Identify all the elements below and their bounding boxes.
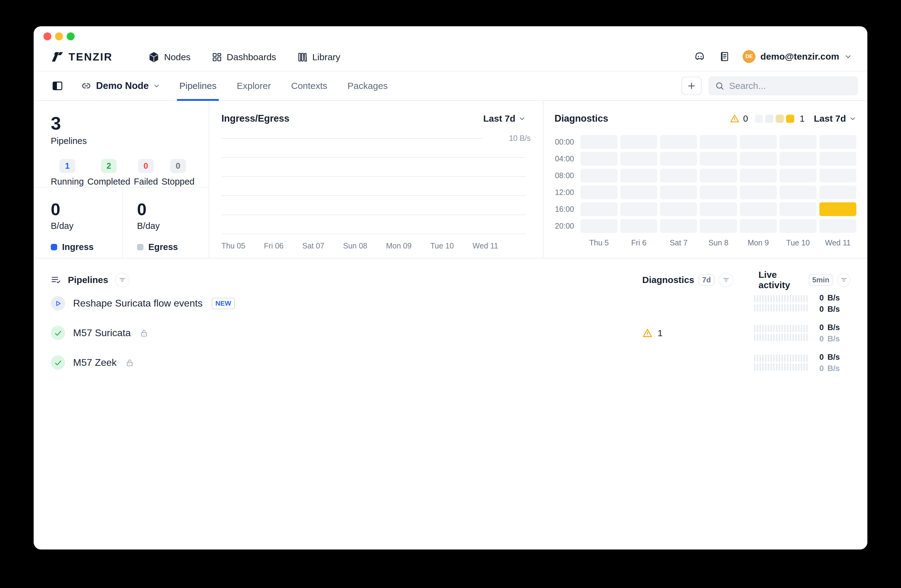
diagnostics-range-select[interactable]: Last 7d <box>814 114 856 124</box>
minimize-button[interactable] <box>55 33 63 40</box>
heatmap-cell[interactable] <box>660 152 697 166</box>
pipeline-activity-cell: 0B/s0B/s <box>759 293 850 314</box>
heatmap-cell[interactable] <box>779 185 817 199</box>
search-input[interactable] <box>729 81 851 91</box>
rate-unit: B/s <box>828 334 840 344</box>
heatmap-cell[interactable] <box>700 202 737 216</box>
heatmap-cell[interactable] <box>580 169 617 182</box>
heatmap-cell[interactable] <box>700 169 737 182</box>
rate-value: 0 <box>819 304 824 314</box>
zoom-button[interactable] <box>67 33 75 40</box>
pipeline-row-main[interactable]: Reshape Suricata flow eventsNEW <box>51 296 634 311</box>
nav-item-library[interactable]: Library <box>297 51 340 63</box>
chart-range-select[interactable]: Last 7d <box>483 114 526 124</box>
heatmap-cell[interactable] <box>700 219 737 233</box>
rate-value: 0 <box>819 323 824 332</box>
heatmap-cell[interactable] <box>819 185 856 199</box>
heatmap-cell[interactable] <box>819 152 856 166</box>
heatmap-cell[interactable] <box>580 135 617 149</box>
nav-item-nodes[interactable]: Nodes <box>148 51 190 63</box>
activity-filter-button[interactable] <box>837 272 850 287</box>
heatmap-cell[interactable] <box>779 152 817 166</box>
x-tick-label: Sat 07 <box>302 241 324 250</box>
heatmap-cell[interactable] <box>660 135 697 149</box>
heatmap-cell[interactable] <box>740 202 777 216</box>
docs-icon[interactable] <box>719 51 730 62</box>
y-axis-max-label: 10 B/s <box>509 134 531 143</box>
tab-pipelines[interactable]: Pipelines <box>179 72 217 100</box>
heatmap-cell[interactable] <box>740 219 777 233</box>
nav-item-label: Nodes <box>164 52 190 62</box>
heatmap-cell[interactable] <box>620 202 657 216</box>
heat-legend-swatch <box>755 115 763 123</box>
gridline <box>221 176 526 177</box>
egress-sparkline <box>754 304 809 311</box>
heatmap-cell[interactable] <box>620 185 657 199</box>
heatmap-cell[interactable] <box>779 169 817 182</box>
heatmap-cell[interactable] <box>700 152 737 166</box>
discord-icon[interactable] <box>693 50 706 63</box>
heatmap-cell[interactable] <box>660 219 697 233</box>
heatmap-cell[interactable] <box>819 219 856 233</box>
tab-packages[interactable]: Packages <box>348 72 388 100</box>
user-menu[interactable]: DE demo@tenzir.com <box>743 50 852 63</box>
pipeline-row-main[interactable]: M57 Zeek <box>51 355 634 370</box>
heatmap-cell[interactable] <box>779 135 817 149</box>
status-badge-completed: 2Completed <box>87 159 130 187</box>
heatmap-cell[interactable] <box>580 152 617 166</box>
heatmap-col-label: Tue 10 <box>779 236 817 247</box>
nav-item-dashboards[interactable]: Dashboards <box>211 51 276 63</box>
table-row: M57 Suricata10B/s0B/s <box>51 318 850 348</box>
heatmap-cell[interactable] <box>660 185 697 199</box>
brand[interactable]: TENZIR <box>51 51 112 63</box>
activity-rate: 0B/s <box>819 293 840 303</box>
diagnostics-column-title: Diagnostics <box>642 275 694 285</box>
sidebar-toggle-icon[interactable] <box>51 80 64 92</box>
heatmap-cell[interactable] <box>580 185 617 199</box>
heatmap-cell[interactable] <box>740 185 777 199</box>
heatmap-cell[interactable] <box>620 219 657 233</box>
heatmap-cell[interactable] <box>580 219 617 233</box>
chart-title: Ingress/Egress <box>221 113 289 124</box>
rate-unit: B/s <box>828 293 840 303</box>
add-pipeline-button[interactable] <box>681 77 701 95</box>
heatmap-cell[interactable] <box>740 169 777 182</box>
library-icon <box>297 51 308 63</box>
pipeline-name: Reshape Suricata flow events <box>73 298 203 309</box>
tab-contexts[interactable]: Contexts <box>291 72 327 100</box>
warning-icon <box>730 114 739 123</box>
heatmap-cell[interactable] <box>779 202 817 216</box>
toolbar-actions <box>681 76 858 95</box>
heatmap-cell[interactable] <box>700 185 737 199</box>
chevron-down-icon <box>153 82 160 90</box>
node-selector[interactable]: Demo Node <box>81 80 160 92</box>
heatmap-cell[interactable] <box>660 169 697 182</box>
ingress-card: 0 B/day Ingress <box>34 188 122 258</box>
status-count: 0 <box>170 159 186 173</box>
heatmap-cell[interactable] <box>620 135 657 149</box>
heatmap-col-label: Wed 11 <box>819 236 856 247</box>
heatmap-cell[interactable] <box>819 169 856 182</box>
heatmap-cell[interactable] <box>779 219 817 233</box>
pipeline-row-main[interactable]: M57 Suricata <box>51 326 634 340</box>
heatmap-cell[interactable] <box>620 169 657 182</box>
diagnostics-filter-button[interactable] <box>719 272 733 287</box>
chart-header: Ingress/Egress Last 7d <box>221 113 526 124</box>
heatmap-cell[interactable] <box>660 202 697 216</box>
pipelines-filter-button[interactable] <box>115 272 130 287</box>
heatmap-cell[interactable] <box>819 202 856 216</box>
nav-right: DE demo@tenzir.com <box>693 50 852 63</box>
heatmap-cell[interactable] <box>700 135 737 149</box>
desktop-background: TENZIR NodesDashboardsLibrary <box>0 0 901 588</box>
ingress-legend: Ingress <box>51 242 113 252</box>
tab-explorer[interactable]: Explorer <box>237 72 271 100</box>
close-button[interactable] <box>44 33 51 40</box>
heatmap-cell[interactable] <box>819 135 856 149</box>
heatmap-cell[interactable] <box>580 202 617 216</box>
ingress-sparkline <box>754 295 809 302</box>
heatmap-cell[interactable] <box>620 152 657 166</box>
list-check-icon <box>51 275 61 285</box>
chevron-down-icon <box>849 115 856 122</box>
heatmap-cell[interactable] <box>740 152 777 166</box>
heatmap-cell[interactable] <box>740 135 777 149</box>
